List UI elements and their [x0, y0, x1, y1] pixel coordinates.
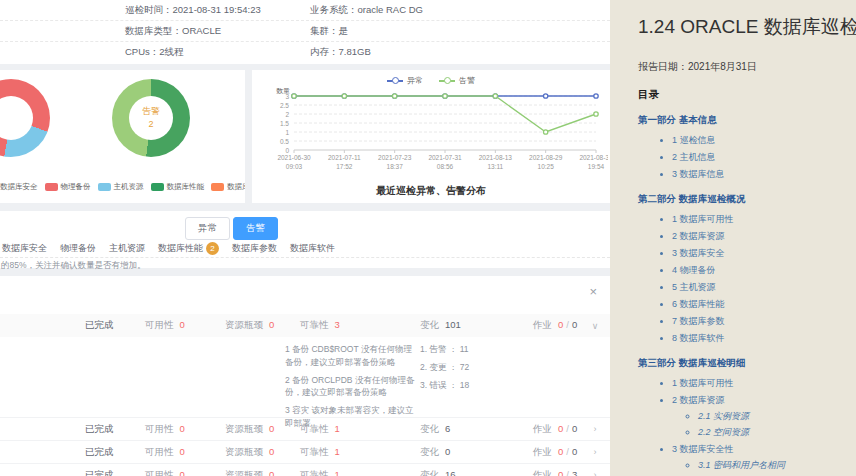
job-done-value: 0	[558, 423, 563, 434]
metric-label: 作业	[533, 319, 552, 330]
result-row[interactable]: 已完成可用性0资源瓶颈0可靠性3变化101作业0/0∨	[0, 314, 610, 337]
row-metric: 可用性0	[145, 423, 225, 436]
category-tab-数据库性能[interactable]: 数据库性能2	[158, 242, 219, 255]
toc-link-1 数据库可用性[interactable]: 1 数据库可用性	[672, 377, 856, 390]
severity-toggle: 异常 告警	[185, 217, 278, 240]
svg-text:2021-07-23: 2021-07-23	[378, 154, 412, 161]
info-field: CPUs：2线程	[0, 46, 310, 59]
toc-sublist: 2.1 实例资源2.2 空间资源	[672, 410, 856, 439]
result-row[interactable]: 已完成可用性0资源瓶颈0可靠性1变化0作业0/0›	[0, 440, 610, 463]
toc-link-3 数据库安全性[interactable]: 3 数据库安全性3.1 密码和用户名相同3.2 新增用户3.3 DBA权限3.4…	[672, 443, 856, 476]
metric-label: 作业	[533, 469, 552, 476]
category-tab-数据库参数[interactable]: 数据库参数	[232, 242, 277, 255]
legend-item-数据库参数[interactable]: 数据库参数	[211, 182, 245, 192]
toc-section-title[interactable]: 第三部分 数据库巡检明细	[638, 357, 856, 370]
row-metric: 可靠性3	[300, 319, 420, 332]
detail-item: 2. 变更 ： 72	[420, 361, 570, 374]
legend-item-alarm[interactable]: 告警	[439, 75, 475, 86]
metric-label: 可用性	[145, 319, 174, 330]
toc-link-2 数据库资源[interactable]: 2 数据库资源2.1 实例资源2.2 空间资源	[672, 394, 856, 439]
line-chart-legend: 异常 告警	[252, 75, 610, 86]
row-metric: 资源瓶颈0	[225, 446, 300, 459]
legend-swatch	[151, 183, 164, 191]
inspection-results-panel: × 已完成可用性0资源瓶颈0可靠性3变化101作业0/0∨1 备份 CDB$RO…	[0, 276, 610, 476]
category-tab-数据库安全[interactable]: 数据库安全	[2, 242, 47, 255]
job-separator: /	[566, 469, 569, 476]
metric-label: 可靠性	[300, 469, 329, 476]
abnormal-button[interactable]: 异常	[185, 217, 230, 240]
metric-value: 0	[180, 446, 185, 457]
detail-item: 1. 告警 ： 11	[420, 343, 570, 356]
legend-label: 数据库安全	[0, 182, 38, 192]
metric-value: 1	[335, 446, 340, 457]
toc-link-4 物理备份[interactable]: 4 物理备份	[672, 264, 856, 277]
svg-text:2021-08-13: 2021-08-13	[479, 154, 513, 161]
row-metric: 可靠性1	[300, 446, 420, 459]
report-document-panel: 1.24 ORACLE 数据库巡检报告 报告日期：2021年8月31日 目录 第…	[610, 0, 856, 476]
alarm-note-text: 的85%，关注并确认数量是否有增加。	[1, 260, 146, 272]
legend-label: 数据库性能	[167, 182, 205, 192]
metric-label: 作业	[533, 423, 552, 434]
toc-section-title[interactable]: 第二部分 数据库巡检概况	[638, 193, 856, 206]
detail-item: 3 容灾 该对象未部署容灾，建议立即部署	[285, 404, 418, 430]
toc-link-2 数据库资源[interactable]: 2 数据库资源	[672, 230, 856, 243]
metric-value: 0	[269, 423, 274, 434]
result-row[interactable]: 已完成可用性0资源瓶颈0可靠性1变化16作业0/3›	[0, 463, 610, 476]
info-field: 数据库类型：ORACLE	[0, 25, 310, 38]
metric-label: 资源瓶颈	[225, 469, 263, 476]
metric-value: 3	[335, 319, 340, 330]
metric-label: 可靠性	[300, 446, 329, 457]
job-done-value: 0	[558, 319, 563, 330]
chevron-right-icon[interactable]: ›	[580, 447, 610, 457]
job-total-value: 3	[572, 469, 577, 476]
info-field: 业务系统：oracle RAC DG	[310, 4, 610, 17]
metric-value: 1	[335, 469, 340, 476]
alarm-count-badge: 2	[206, 242, 219, 255]
toc-link-8 数据库软件[interactable]: 8 数据库软件	[672, 332, 856, 345]
row-metric: 变化101	[420, 319, 533, 332]
toc-link-6 数据库性能[interactable]: 6 数据库性能	[672, 298, 856, 311]
legend-item-数据库安全[interactable]: 数据库安全	[0, 182, 38, 192]
donut-charts-panel: 告警 2 数据库安全物理备份主机资源数据库性能数据库参数数据库软件	[0, 70, 245, 203]
legend-item-数据库性能[interactable]: 数据库性能	[151, 182, 205, 192]
toc-link-1 数据库可用性[interactable]: 1 数据库可用性	[672, 213, 856, 226]
toc-sublink-2.2 空间资源[interactable]: 2.2 空间资源	[698, 426, 856, 439]
toc-link-3 数据库安全[interactable]: 3 数据库安全	[672, 247, 856, 260]
legend-item-主机资源[interactable]: 主机资源	[98, 182, 144, 192]
category-tab-主机资源[interactable]: 主机资源	[109, 242, 145, 255]
row-status: 已完成	[0, 319, 145, 332]
chevron-right-icon[interactable]: ›	[580, 470, 610, 476]
svg-text:2.5: 2.5	[280, 102, 289, 109]
info-field: 内存：7.81GB	[310, 46, 610, 59]
metric-value: 0	[180, 423, 185, 434]
change-details: 1. 告警 ： 112. 变更 ： 723. 错误 ： 18	[420, 343, 570, 396]
svg-text:数量: 数量	[276, 88, 290, 94]
chevron-right-icon[interactable]: ›	[580, 424, 610, 434]
toc-list: 1 巡检信息2 主机信息3 数据库信息	[638, 134, 856, 181]
legend-item-物理备份[interactable]: 物理备份	[45, 182, 91, 192]
alarm-button[interactable]: 告警	[233, 217, 278, 240]
info-row: 数据库类型：ORACLE集群：是	[0, 21, 610, 42]
toc-link-1 巡检信息[interactable]: 1 巡检信息	[672, 134, 856, 147]
toc-sublink-2.1 实例资源[interactable]: 2.1 实例资源	[698, 410, 856, 423]
category-tabs: 数据库安全物理备份主机资源数据库性能2数据库参数数据库软件	[2, 242, 335, 255]
legend-item-abnormal[interactable]: 异常	[387, 75, 423, 86]
close-icon[interactable]: ×	[589, 285, 597, 298]
category-tab-数据库软件[interactable]: 数据库软件	[290, 242, 335, 255]
abnormal-donut-chart[interactable]	[0, 79, 50, 157]
trend-line-chart: 00.511.522.53数量2021-06-3009:032021-07-11…	[254, 88, 608, 186]
metric-value: 0	[180, 469, 185, 476]
toc-link-2 主机信息[interactable]: 2 主机信息	[672, 151, 856, 164]
job-done-value: 0	[558, 469, 563, 476]
legend-label-abnormal: 异常	[407, 75, 423, 86]
toc-link-3 数据库信息[interactable]: 3 数据库信息	[672, 168, 856, 181]
toc-section-title[interactable]: 第一部分 基本信息	[638, 114, 856, 127]
toc-sublink-3.1 密码和用户名相同[interactable]: 3.1 密码和用户名相同	[698, 459, 856, 472]
toc-link-5 主机资源[interactable]: 5 主机资源	[672, 281, 856, 294]
category-tab-物理备份[interactable]: 物理备份	[60, 242, 96, 255]
toc-link-7 数据库参数[interactable]: 7 数据库参数	[672, 315, 856, 328]
trend-chart-title: 最近巡检异常、告警分布	[252, 184, 610, 198]
metric-label: 变化	[420, 446, 439, 457]
chevron-down-icon[interactable]: ∨	[580, 321, 610, 331]
alarm-donut-chart[interactable]: 告警 2	[112, 79, 190, 157]
